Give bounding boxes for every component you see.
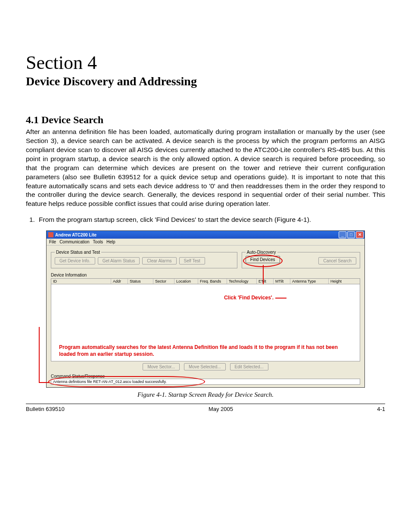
title-bar: Andrew ATC200 Lite _ □ ✕ — [47, 231, 364, 239]
command-status-label: Command Status/Response — [51, 374, 360, 379]
get-device-info-button[interactable]: Get Device Info. — [55, 257, 95, 264]
grid-header: ID Addr Status Sector Location Freq. Ban… — [51, 278, 360, 284]
col-status[interactable]: Status — [128, 279, 153, 284]
cancel-search-button[interactable]: Cancel Search — [318, 257, 356, 264]
col-sector[interactable]: Sector — [153, 279, 174, 284]
step-number: 1. — [29, 215, 39, 224]
section-number: Section 4 — [26, 52, 385, 74]
device-status-legend: Device Status and Test — [55, 250, 101, 255]
maximize-icon[interactable]: □ — [347, 231, 355, 238]
subsection-heading: 4.1 Device Search — [26, 114, 385, 126]
auto-discovery-legend: Auto-Discovery — [246, 250, 277, 255]
auto-discovery-group: Auto-Discovery Find Devices Cancel Searc… — [242, 250, 360, 268]
get-alarm-status-button[interactable]: Get Alarm Status — [98, 257, 140, 264]
grid-body: Click 'Find Devices'. Program automatica… — [51, 284, 360, 361]
annotation-connector-h — [39, 382, 49, 383]
clear-alarms-button[interactable]: Clear Alarms — [142, 257, 176, 264]
callout-auto-search: Program automatically searches for the l… — [59, 344, 352, 358]
self-test-button[interactable]: Self Test — [179, 257, 205, 264]
footer-right: 4-1 — [377, 406, 385, 412]
status-text: Antenna definitions file RET-AN-AT_012.a… — [51, 379, 360, 385]
step-1: 1.From the program startup screen, click… — [26, 215, 385, 224]
col-antenna-type[interactable]: Antenna Type — [290, 279, 329, 284]
figure-caption: Figure 4-1. Startup Screen Ready for Dev… — [26, 391, 385, 398]
move-selected-button[interactable]: Move Selected... — [184, 363, 225, 370]
col-etilt[interactable]: ETilt — [257, 279, 274, 284]
menu-file[interactable]: File — [49, 240, 56, 244]
col-addr[interactable]: Addr — [111, 279, 128, 284]
menu-bar: File Communication Tools Help — [47, 239, 364, 246]
menu-communication[interactable]: Communication — [59, 240, 89, 244]
edit-selected-button[interactable]: Edit Selected... — [230, 363, 268, 370]
col-height[interactable]: Height — [329, 279, 360, 284]
col-location[interactable]: Location — [174, 279, 198, 284]
col-freq-bands[interactable]: Freq. Bands — [198, 279, 227, 284]
section-title: Device Discovery and Addressing — [26, 75, 385, 88]
subsection-paragraph: After an antenna definition file has bee… — [26, 128, 385, 208]
col-technology[interactable]: Technology — [227, 279, 257, 284]
find-devices-button[interactable]: Find Devices — [246, 256, 280, 263]
device-status-test-group: Device Status and Test Get Device Info. … — [51, 250, 237, 268]
footer-left: Bulletin 639510 — [26, 406, 65, 412]
callout-click-find-devices: Click 'Find Devices'. — [224, 295, 274, 301]
col-mtilt[interactable]: MTilt — [274, 279, 290, 284]
annotation-connector-v — [39, 327, 40, 382]
page-footer: Bulletin 639510 May 2005 4-1 — [26, 406, 385, 412]
col-id[interactable]: ID — [51, 279, 111, 284]
close-icon[interactable]: ✕ — [356, 231, 364, 238]
minimize-icon[interactable]: _ — [339, 231, 346, 238]
move-sector-button[interactable]: Move Sector... — [143, 363, 180, 370]
app-title: Andrew ATC200 Lite — [55, 233, 97, 237]
step-text: From the program startup screen, click '… — [39, 216, 311, 223]
menu-tools[interactable]: Tools — [93, 240, 103, 244]
app-window: Andrew ATC200 Lite _ □ ✕ File Communicat… — [46, 230, 365, 388]
menu-help[interactable]: Help — [106, 240, 115, 244]
app-icon — [48, 232, 53, 237]
footer-center: May 2005 — [209, 406, 233, 412]
footer-rule — [26, 404, 385, 404]
device-info-label: Device Information — [51, 273, 360, 277]
